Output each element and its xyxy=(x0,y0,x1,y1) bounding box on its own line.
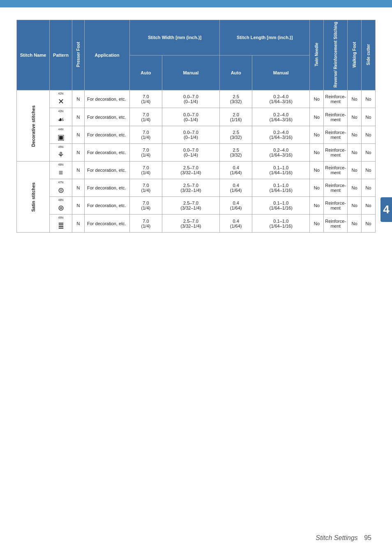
sl-manual-cell: 0.1–1.0(1/64–1/16) xyxy=(252,197,310,215)
sl-manual-cell: 0.1–1.0(1/64–1/16) xyxy=(252,179,310,196)
sl-manual-cell: 0.2–4.0(1/64–3/16) xyxy=(252,126,310,143)
sl-manual-cell: 0.1–1.0(1/64–1/16) xyxy=(252,162,310,179)
walking-foot-cell: No xyxy=(348,162,362,179)
walking-foot-cell: No xyxy=(348,197,362,215)
table-row: 43N☙NFor decoration, etc.7.0(1/4)0.0–7.0… xyxy=(17,108,376,126)
pattern-cell: 46N≡ xyxy=(50,162,72,179)
header-sl-auto: Auto xyxy=(220,55,252,90)
walking-foot-cell: No xyxy=(348,108,362,126)
sl-auto-cell: 0.4(1/64) xyxy=(220,179,252,196)
reinforcement-cell: Reinforce-ment xyxy=(324,162,348,179)
reinforcement-cell: Reinforce-ment xyxy=(324,108,348,126)
application-cell: For decoration, etc. xyxy=(85,162,130,179)
category-1: Satin stitches xyxy=(17,162,50,232)
sl-manual-cell: 0.2–4.0(1/64–3/16) xyxy=(252,90,310,108)
side-cutter-cell: No xyxy=(362,197,376,215)
category-0: Decorative stitches xyxy=(17,90,50,162)
sl-auto-cell: 0.4(1/64) xyxy=(220,162,252,179)
presser-foot-cell: N xyxy=(72,126,85,143)
twin-needle-cell: No xyxy=(310,108,324,126)
side-cutter-cell: No xyxy=(362,144,376,162)
sl-manual-cell: 0.2–4.0(1/64–3/16) xyxy=(252,144,310,162)
reinforcement-cell: Reinforce-ment xyxy=(324,126,348,143)
stitch-settings-table: Stitch Name Pattern Presser Foot Applica… xyxy=(16,20,376,233)
table-row: Satin stitches46N≡NFor decoration, etc.7… xyxy=(17,162,376,179)
header-sl-manual: Manual xyxy=(252,55,310,90)
sw-auto-cell: 7.0(1/4) xyxy=(130,108,162,126)
header-twin-needle: Twin Needle xyxy=(310,20,324,90)
presser-foot-cell: N xyxy=(72,179,85,196)
sl-auto-cell: 2.0(1/16) xyxy=(220,108,252,126)
application-cell: For decoration, etc. xyxy=(85,90,130,108)
presser-foot-cell: N xyxy=(72,197,85,215)
twin-needle-cell: No xyxy=(310,162,324,179)
side-cutter-cell: No xyxy=(362,126,376,143)
table-row: 49N≣NFor decoration, etc.7.0(1/4)2.5–7.0… xyxy=(17,215,376,232)
header-stitch-length: Stitch Length [mm (inch.)] xyxy=(220,20,310,55)
sw-manual-cell: 0.0–7.0(0–1/4) xyxy=(162,144,219,162)
footer-page xyxy=(359,534,363,541)
sw-auto-cell: 7.0(1/4) xyxy=(130,90,162,108)
sw-auto-cell: 7.0(1/4) xyxy=(130,179,162,196)
presser-foot-cell: N xyxy=(72,144,85,162)
sl-auto-cell: 2.5(3/32) xyxy=(220,90,252,108)
walking-foot-cell: No xyxy=(348,144,362,162)
reinforcement-cell: Reinforce-ment xyxy=(324,197,348,215)
walking-foot-cell: No xyxy=(348,90,362,108)
header-side-cutter: Side cutter xyxy=(362,20,376,90)
header-pattern: Pattern xyxy=(50,20,72,90)
application-cell: For decoration, etc. xyxy=(85,126,130,143)
application-cell: For decoration, etc. xyxy=(85,215,130,232)
walking-foot-cell: No xyxy=(348,126,362,143)
side-cutter-cell: No xyxy=(362,179,376,196)
page-tab: 4 xyxy=(380,197,392,222)
presser-foot-cell: N xyxy=(72,108,85,126)
twin-needle-cell: No xyxy=(310,179,324,196)
table-row: 44N▣NFor decoration, etc.7.0(1/4)0.0–7.0… xyxy=(17,126,376,143)
footer-page-number: 95 xyxy=(364,534,371,541)
sw-manual-cell: 2.5–7.0(3/32–1/4) xyxy=(162,162,219,179)
reinforcement-cell: Reinforce-ment xyxy=(324,144,348,162)
page-content: Stitch Name Pattern Presser Foot Applica… xyxy=(0,7,392,241)
pattern-cell: 45N⚘ xyxy=(50,144,72,162)
pattern-cell: 43N☙ xyxy=(50,108,72,126)
reinforcement-cell: Reinforce-ment xyxy=(324,90,348,108)
sw-auto-cell: 7.0(1/4) xyxy=(130,197,162,215)
header-application: Application xyxy=(85,20,130,90)
sw-manual-cell: 2.5–7.0(3/32–1/4) xyxy=(162,215,219,232)
footer: Stitch Settings 95 xyxy=(316,534,371,542)
presser-foot-cell: N xyxy=(72,90,85,108)
table-row: 47N⊜NFor decoration, etc.7.0(1/4)2.5–7.0… xyxy=(17,179,376,196)
application-cell: For decoration, etc. xyxy=(85,179,130,196)
side-cutter-cell: No xyxy=(362,108,376,126)
twin-needle-cell: No xyxy=(310,144,324,162)
top-bar xyxy=(0,0,392,7)
presser-foot-cell: N xyxy=(72,215,85,232)
twin-needle-cell: No xyxy=(310,90,324,108)
sw-auto-cell: 7.0(1/4) xyxy=(130,215,162,232)
table-row: 45N⚘NFor decoration, etc.7.0(1/4)0.0–7.0… xyxy=(17,144,376,162)
header-walking-foot: Walking Foot xyxy=(348,20,362,90)
sw-manual-cell: 2.5–7.0(3/32–1/4) xyxy=(162,179,219,196)
sw-manual-cell: 2.5–7.0(3/32–1/4) xyxy=(162,197,219,215)
header-sw-auto: Auto xyxy=(130,55,162,90)
reinforcement-cell: Reinforce-ment xyxy=(324,215,348,232)
sw-manual-cell: 0.0–7.0(0–1/4) xyxy=(162,126,219,143)
header-presser-foot: Presser Foot xyxy=(72,20,85,90)
application-cell: For decoration, etc. xyxy=(85,197,130,215)
footer-title: Stitch Settings xyxy=(316,534,357,541)
side-cutter-cell: No xyxy=(362,215,376,232)
header-stitch-width: Stitch Width [mm (inch.)] xyxy=(130,20,220,55)
twin-needle-cell: No xyxy=(310,215,324,232)
pattern-cell: 47N⊜ xyxy=(50,179,72,196)
sl-auto-cell: 0.4(1/64) xyxy=(220,197,252,215)
presser-foot-cell: N xyxy=(72,162,85,179)
header-reinforcement: Reverse/ Reinforcement Stitching xyxy=(324,20,348,90)
pattern-cell: 49N≣ xyxy=(50,215,72,232)
sl-manual-cell: 0.2–4.0(1/64–3/16) xyxy=(252,108,310,126)
walking-foot-cell: No xyxy=(348,215,362,232)
pattern-cell: 48N⊛ xyxy=(50,197,72,215)
header-sw-manual: Manual xyxy=(162,55,219,90)
sl-auto-cell: 2.5(3/32) xyxy=(220,126,252,143)
reinforcement-cell: Reinforce-ment xyxy=(324,179,348,196)
